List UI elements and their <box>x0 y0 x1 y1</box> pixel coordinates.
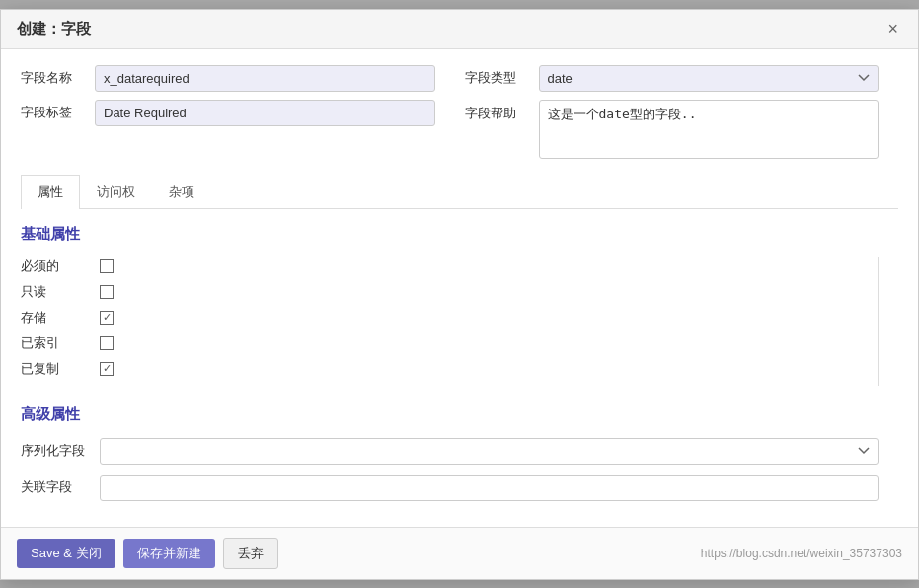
field-help-group: 字段帮助 这是一个date型的字段.. <box>465 100 880 159</box>
prop-copied: 已复制 <box>21 360 848 378</box>
field-type-label: 字段类型 <box>465 69 529 87</box>
close-button[interactable]: × <box>883 20 902 37</box>
watermark: https://blog.csdn.net/weixin_35737303 <box>701 547 902 560</box>
prop-required: 必须的 <box>21 257 848 275</box>
modal-header: 创建：字段 × <box>1 10 918 49</box>
adv-serialized: 序列化字段 <box>21 438 879 465</box>
field-label-label: 字段标签 <box>21 104 85 121</box>
basic-props-section: 基础属性 必须的 只读 存储 <box>21 225 898 386</box>
tab-attr[interactable]: 属性 <box>21 175 80 209</box>
tab-misc[interactable]: 杂项 <box>152 175 211 209</box>
vertical-separator <box>878 257 879 386</box>
prop-stored-checkbox[interactable] <box>100 311 114 325</box>
field-type-select[interactable]: date char integer float boolean text man… <box>539 65 880 92</box>
modal-overlay: 创建：字段 × 字段名称 字段标签 <box>0 0 919 588</box>
prop-copied-label: 已复制 <box>21 360 100 378</box>
field-type-group: 字段类型 date char integer float boolean tex… <box>465 65 880 92</box>
tabs-bar: 属性 访问权 杂项 <box>21 175 898 209</box>
save-new-button[interactable]: 保存并新建 <box>123 539 215 568</box>
basic-props-title: 基础属性 <box>21 225 879 244</box>
prop-readonly: 只读 <box>21 283 848 301</box>
props-row-container: 必须的 只读 存储 已索引 <box>21 257 879 386</box>
prop-readonly-checkbox[interactable] <box>100 285 114 299</box>
prop-indexed: 已索引 <box>21 334 848 352</box>
field-label-group: 字段标签 <box>21 100 435 126</box>
props-column: 必须的 只读 存储 已索引 <box>21 257 848 386</box>
prop-stored: 存储 <box>21 309 848 327</box>
top-left: 字段名称 字段标签 <box>21 65 435 159</box>
prop-stored-label: 存储 <box>21 309 100 327</box>
prop-copied-checkbox[interactable] <box>100 362 114 376</box>
adv-related-label: 关联字段 <box>21 478 100 496</box>
prop-required-checkbox[interactable] <box>100 259 114 273</box>
discard-button[interactable]: 丢弃 <box>223 538 278 569</box>
modal-title: 创建：字段 <box>17 20 91 38</box>
adv-serialized-select[interactable] <box>100 438 879 465</box>
field-name-input[interactable] <box>95 65 435 92</box>
modal-body: 字段名称 字段标签 字段类型 date char <box>1 49 918 527</box>
adv-serialized-label: 序列化字段 <box>21 442 100 460</box>
field-label-input[interactable] <box>95 100 435 126</box>
field-name-label: 字段名称 <box>21 69 85 87</box>
field-help-textarea[interactable]: 这是一个date型的字段.. <box>539 100 880 159</box>
prop-required-label: 必须的 <box>21 257 100 275</box>
top-form: 字段名称 字段标签 字段类型 date char <box>21 65 898 159</box>
prop-readonly-label: 只读 <box>21 283 100 301</box>
advanced-props-title: 高级属性 <box>21 405 879 424</box>
top-right: 字段类型 date char integer float boolean tex… <box>465 65 880 159</box>
modal: 创建：字段 × 字段名称 字段标签 <box>0 9 919 580</box>
save-close-button[interactable]: Save & 关闭 <box>17 539 115 568</box>
tab-access[interactable]: 访问权 <box>80 175 152 209</box>
prop-indexed-label: 已索引 <box>21 334 100 352</box>
adv-related: 关联字段 <box>21 475 879 501</box>
modal-footer: Save & 关闭 保存并新建 丢弃 https://blog.csdn.net… <box>1 527 918 579</box>
prop-indexed-checkbox[interactable] <box>100 336 114 350</box>
adv-related-input[interactable] <box>100 475 879 501</box>
field-name-group: 字段名称 <box>21 65 435 92</box>
field-help-label: 字段帮助 <box>465 100 529 122</box>
advanced-props-section: 高级属性 序列化字段 关联字段 <box>21 405 898 501</box>
